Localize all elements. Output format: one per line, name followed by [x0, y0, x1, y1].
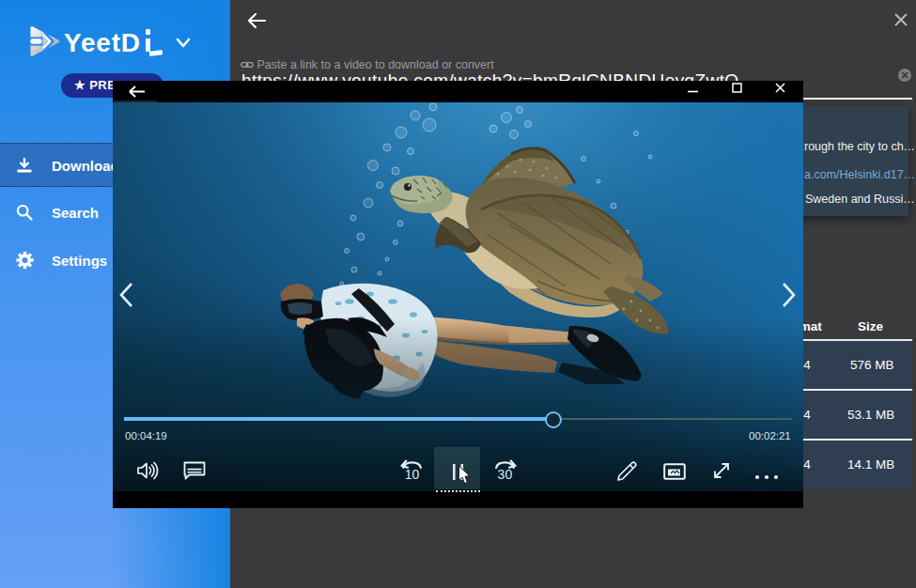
svg-text:10: 10	[405, 467, 420, 482]
svg-text:30: 30	[498, 467, 513, 482]
